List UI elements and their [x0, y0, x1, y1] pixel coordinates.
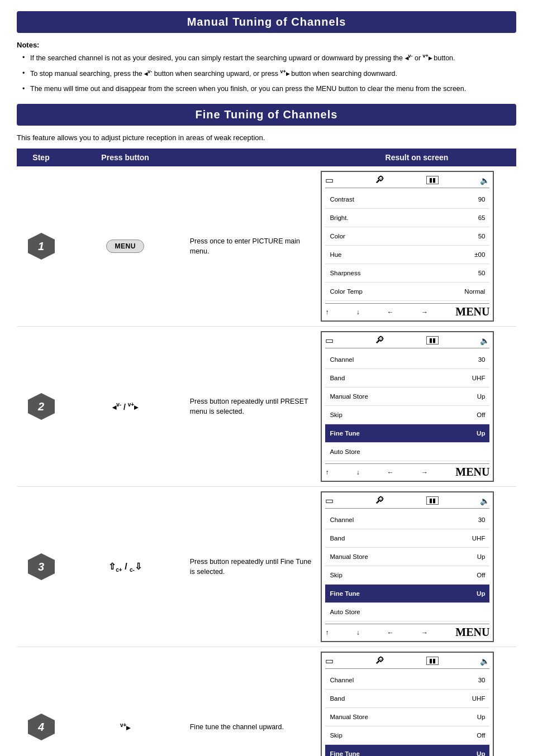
remote-icon-3: 🔎︎ [375, 495, 385, 506]
tv-screen-2: ▭ 🔎︎ ▮▮ 🔈 Channel30 BandUHF Manual Store… [321, 331, 494, 482]
notes-label: Notes: [17, 41, 516, 49]
step-2-desc: Press button repeatedly until PRESET men… [185, 327, 318, 487]
tv-icon-4: ▭ [325, 655, 334, 666]
step-1-button: MENU [65, 166, 185, 327]
v-nav-button-2: ◂v- / v+▸ [112, 403, 138, 412]
v-plus-icon2: v+▸ [280, 68, 289, 79]
header-desc [185, 149, 318, 166]
speaker-icon: 🔈 [480, 176, 489, 185]
bar-icon-4: ▮▮ [426, 657, 439, 665]
step-4-desc: Fine tune the channel upward. [185, 647, 318, 756]
header-press: Press button [65, 149, 185, 166]
note-3: The menu will time out and disappear fro… [22, 84, 516, 94]
step-4-button: v+▸ [65, 647, 185, 756]
notes-list: If the searched channel is not as your d… [17, 52, 516, 94]
fine-tuning-header: Fine Tuning of Channels [17, 104, 516, 126]
fine-tuning-title: Fine Tuning of Channels [196, 108, 338, 121]
header-result: Result on screen [317, 149, 516, 166]
step-2-badge: 2 [17, 327, 65, 487]
remote-icon: 🔎︎ [375, 174, 385, 186]
speaker-icon-3: 🔈 [480, 496, 489, 505]
tv-screen-3: ▭ 🔎︎ ▮▮ 🔈 Channel30 BandUHF Manual Store… [321, 491, 494, 642]
menu-button-1: MENU [106, 240, 144, 253]
ch-button-3: ⇧c+ / c-⇩ [108, 562, 142, 571]
step-4-badge: 4 [17, 647, 65, 756]
note-1: If the searched channel is not as your d… [22, 52, 516, 64]
table-header: Step Press button Result on screen [17, 149, 516, 166]
v-minus-icon: ◂v- [405, 52, 413, 63]
v-plus-button-4: v+▸ [120, 723, 130, 732]
step-3-button: ⇧c+ / c-⇩ [65, 487, 185, 647]
v-plus-icon: v+▸ [423, 52, 432, 63]
tv-menu-table-2: Channel30 BandUHF Manual StoreUp SkipOff… [325, 351, 489, 461]
step-3-result: ▭ 🔎︎ ▮▮ 🔈 Channel30 BandUHF Manual Store… [317, 487, 516, 647]
header-step: Step [17, 149, 65, 166]
fine-tuning-intro: This feature allows you to adjust pictur… [17, 133, 516, 142]
manual-tuning-section: Manual Tuning of Channels Notes: If the … [17, 11, 516, 94]
fine-tuning-section: Fine Tuning of Channels This feature all… [17, 104, 516, 756]
table-row: 2 ◂v- / v+▸ Press button repeatedly unti… [17, 327, 516, 487]
speaker-icon-4: 🔈 [480, 657, 489, 666]
speaker-icon-2: 🔈 [480, 336, 489, 345]
tv-icon-1: ▭ [325, 175, 334, 185]
tv-menu-table-4: Channel30 BandUHF Manual StoreUp SkipOff… [325, 671, 489, 756]
remote-icon-2: 🔎︎ [375, 334, 385, 346]
table-row: 4 v+▸ Fine tune the channel upward. ▭ 🔎︎… [17, 647, 516, 756]
step-1-badge: 1 [17, 166, 65, 327]
bar-icon-2: ▮▮ [426, 336, 439, 344]
step-3-badge: 3 [17, 487, 65, 647]
step-1-result: ▭ 🔎︎ ▮▮ 🔈 Contrast90 Bright.65 Color50 H… [317, 166, 516, 327]
tv-menu-table-1: Contrast90 Bright.65 Color50 Hue±00 Shar… [325, 190, 489, 301]
tv-bottom-bar-1: ↑↓←→ MENU [325, 303, 489, 318]
tv-screen-1: ▭ 🔎︎ ▮▮ 🔈 Contrast90 Bright.65 Color50 H… [321, 171, 494, 322]
step-4-result: ▭ 🔎︎ ▮▮ 🔈 Channel30 BandUHF Manual Store… [317, 647, 516, 756]
bar-icon: ▮▮ [426, 176, 439, 184]
step-2-button: ◂v- / v+▸ [65, 327, 185, 487]
tv-icon-2: ▭ [325, 335, 334, 346]
step-1-desc: Press once to enter PICTURE main menu. [185, 166, 318, 327]
step-2-result: ▭ 🔎︎ ▮▮ 🔈 Channel30 BandUHF Manual Store… [317, 327, 516, 487]
tv-bottom-bar-2: ↑↓←→ MENU [325, 463, 489, 479]
note-2: To stop manual searching, press the ◂v- … [22, 68, 516, 79]
tv-menu-table-3: Channel30 BandUHF Manual StoreUp SkipOff… [325, 511, 489, 621]
table-row: 1 MENU Press once to enter PICTURE main … [17, 166, 516, 327]
tv-top-bar-1: ▭ 🔎︎ ▮▮ 🔈 [325, 174, 489, 188]
notes-section: Notes: If the searched channel is not as… [17, 41, 516, 94]
remote-icon-4: 🔎︎ [375, 655, 385, 667]
v-minus-icon2: ◂v- [144, 68, 152, 79]
steps-table: Step Press button Result on screen 1 MEN… [17, 149, 516, 756]
tv-screen-4: ▭ 🔎︎ ▮▮ 🔈 Channel30 BandUHF Manual Store… [321, 652, 494, 756]
tv-top-bar-2: ▭ 🔎︎ ▮▮ 🔈 [325, 334, 489, 348]
tv-icon-3: ▭ [325, 495, 334, 506]
tv-bottom-bar-3: ↑↓←→ MENU [325, 624, 489, 639]
manual-tuning-header: Manual Tuning of Channels [17, 11, 516, 33]
bar-icon-3: ▮▮ [426, 496, 439, 505]
table-row: 3 ⇧c+ / c-⇩ Press button repeatedly unti… [17, 487, 516, 647]
tv-top-bar-3: ▭ 🔎︎ ▮▮ 🔈 [325, 495, 489, 509]
tv-top-bar-4: ▭ 🔎︎ ▮▮ 🔈 [325, 655, 489, 669]
step-3-desc: Press button repeatedly until Fine Tune … [185, 487, 318, 647]
manual-tuning-title: Manual Tuning of Channels [187, 16, 346, 28]
